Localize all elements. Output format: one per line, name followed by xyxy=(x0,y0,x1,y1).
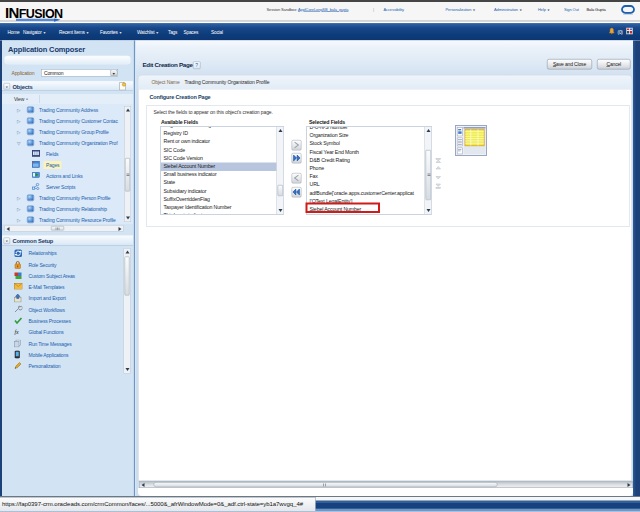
svg-text:fx: fx xyxy=(15,329,20,335)
